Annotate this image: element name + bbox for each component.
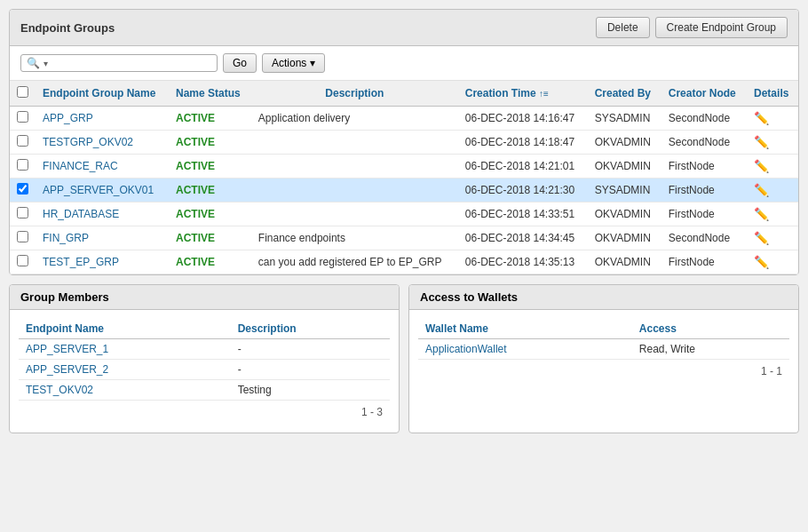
row-checkbox[interactable] <box>17 231 28 242</box>
group-members-panel: Group Members Endpoint Name Description … <box>9 284 400 433</box>
table-row[interactable]: APP_GRP ACTIVE Application delivery 06-D… <box>10 107 798 131</box>
row-checkbox[interactable] <box>17 183 28 195</box>
panel-header: Endpoint Groups Delete Create Endpoint G… <box>10 10 798 46</box>
row-name: TESTGRP_OKV02 <box>36 131 169 155</box>
row-checkbox[interactable] <box>17 135 28 147</box>
endpoint-group-link[interactable]: TEST_EP_GRP <box>43 256 119 268</box>
row-checkbox[interactable] <box>17 111 28 123</box>
row-checkbox[interactable] <box>17 159 28 171</box>
row-name: APP_SERVER_OKV01 <box>36 179 169 202</box>
row-creation-time: 06-DEC-2018 14:34:45 <box>458 226 588 250</box>
header-buttons: Delete Create Endpoint Group <box>596 17 788 38</box>
edit-icon[interactable]: ✏️ <box>754 231 769 245</box>
row-checkbox-cell <box>10 179 36 202</box>
status-badge: ACTIVE <box>176 256 215 268</box>
status-badge: ACTIVE <box>176 184 215 196</box>
search-box: 🔍 ▾ <box>20 54 218 72</box>
edit-icon[interactable]: ✏️ <box>754 255 769 269</box>
row-checkbox-cell <box>10 226 36 250</box>
edit-icon[interactable]: ✏️ <box>754 183 769 197</box>
toolbar: 🔍 ▾ Go Actions ▾ <box>10 46 798 81</box>
row-description: Application delivery <box>251 107 458 131</box>
endpoint-group-link[interactable]: APP_SERVER_OKV01 <box>43 184 154 196</box>
gm-link[interactable]: APP_SERVER_2 <box>26 363 108 376</box>
edit-icon[interactable]: ✏️ <box>754 159 769 173</box>
edit-icon[interactable]: ✏️ <box>754 135 769 149</box>
access-wallets-panel: Access to Wallets Wallet Name Access App… <box>408 284 799 433</box>
aw-col-name: Wallet Name <box>418 319 632 339</box>
delete-button[interactable]: Delete <box>596 17 650 38</box>
access-wallets-body: ApplicationWallet Read, Write <box>418 339 789 360</box>
row-created-by: SYSADMIN <box>588 107 661 131</box>
endpoint-groups-table: Endpoint Group Name Name Status Descript… <box>10 81 798 274</box>
row-creator-node: SecondNode <box>661 131 747 155</box>
edit-icon[interactable]: ✏️ <box>754 207 769 221</box>
group-members-pagination: 1 - 3 <box>19 401 390 424</box>
gm-col-name: Endpoint Name <box>19 319 231 339</box>
table-row[interactable]: FIN_GRP ACTIVE Finance endpoints 06-DEC-… <box>10 226 798 250</box>
row-creation-time: 06-DEC-2018 14:16:47 <box>458 107 588 131</box>
row-created-by: OKVADMIN <box>588 226 661 250</box>
row-creator-node: FirstNode <box>661 179 747 202</box>
row-checkbox-cell <box>10 131 36 155</box>
access-wallets-content: Wallet Name Access ApplicationWallet Rea… <box>409 310 798 392</box>
row-creator-node: SecondNode <box>661 107 747 131</box>
table-row[interactable]: TESTGRP_OKV02 ACTIVE 06-DEC-2018 14:18:4… <box>10 131 798 155</box>
table-row[interactable]: FINANCE_RAC ACTIVE 06-DEC-2018 14:21:01 … <box>10 155 798 179</box>
edit-icon[interactable]: ✏️ <box>754 111 769 125</box>
create-endpoint-group-button[interactable]: Create Endpoint Group <box>655 17 788 38</box>
table-row[interactable]: TEST_EP_GRP ACTIVE can you add registere… <box>10 250 798 274</box>
access-wallets-pagination: 1 - 1 <box>418 360 789 383</box>
search-dropdown-icon[interactable]: ▾ <box>44 59 48 68</box>
gm-link[interactable]: APP_SERVER_1 <box>26 343 108 355</box>
go-button[interactable]: Go <box>223 53 257 73</box>
row-creation-time: 06-DEC-2018 14:33:51 <box>458 202 588 226</box>
endpoint-group-link[interactable]: FIN_GRP <box>43 232 89 244</box>
row-name: HR_DATABASE <box>36 202 169 226</box>
row-status: ACTIVE <box>169 202 251 226</box>
col-header-creator-node: Creator Node <box>661 81 747 107</box>
col-header-creation-time[interactable]: Creation Time ↑≡ <box>458 81 588 107</box>
row-creator-node: FirstNode <box>661 250 747 274</box>
access-wallets-table: Wallet Name Access ApplicationWallet Rea… <box>418 319 789 360</box>
group-members-body: APP_SERVER_1 - APP_SERVER_2 - TEST_OKV02… <box>19 339 390 401</box>
row-details: ✏️ <box>747 131 798 155</box>
row-checkbox[interactable] <box>17 207 28 218</box>
gm-description: Testing <box>231 380 390 401</box>
group-members-header-row: Endpoint Name Description <box>19 319 390 339</box>
list-item: APP_SERVER_2 - <box>19 360 390 380</box>
row-details: ✏️ <box>747 107 798 131</box>
aw-header-row: Wallet Name Access <box>418 319 789 339</box>
row-name: TEST_EP_GRP <box>36 250 169 274</box>
aw-col-access: Access <box>632 319 789 339</box>
table-row[interactable]: HR_DATABASE ACTIVE 06-DEC-2018 14:33:51 … <box>10 202 798 226</box>
gm-link[interactable]: TEST_OKV02 <box>26 384 93 396</box>
row-status: ACTIVE <box>169 155 251 179</box>
row-created-by: OKVADMIN <box>588 250 661 274</box>
actions-button[interactable]: Actions ▾ <box>262 53 325 73</box>
endpoint-group-link[interactable]: APP_GRP <box>43 112 93 124</box>
table-row[interactable]: APP_SERVER_OKV01 ACTIVE 06-DEC-2018 14:2… <box>10 179 798 202</box>
row-checkbox[interactable] <box>17 255 28 266</box>
row-created-by: OKVADMIN <box>588 202 661 226</box>
table-header-row: Endpoint Group Name Name Status Descript… <box>10 81 798 107</box>
gm-name: APP_SERVER_1 <box>19 339 231 360</box>
row-checkbox-cell <box>10 202 36 226</box>
endpoint-group-link[interactable]: FINANCE_RAC <box>43 160 118 172</box>
row-description: Finance endpoints <box>251 226 458 250</box>
select-all-checkbox[interactable] <box>17 86 28 98</box>
status-badge: ACTIVE <box>176 208 215 220</box>
group-members-content: Endpoint Name Description APP_SERVER_1 -… <box>10 310 399 433</box>
search-input[interactable] <box>51 57 211 69</box>
endpoint-group-link[interactable]: TESTGRP_OKV02 <box>43 136 133 148</box>
status-badge: ACTIVE <box>176 136 215 148</box>
status-badge: ACTIVE <box>176 232 215 244</box>
row-created-by: OKVADMIN <box>588 131 661 155</box>
row-details: ✏️ <box>747 250 798 274</box>
col-header-description: Description <box>251 81 458 107</box>
wallet-link[interactable]: ApplicationWallet <box>425 343 507 355</box>
row-description: can you add registered EP to EP_GRP <box>251 250 458 274</box>
group-members-table: Endpoint Name Description APP_SERVER_1 -… <box>19 319 390 401</box>
col-header-created-by: Created By <box>588 81 661 107</box>
endpoint-group-link[interactable]: HR_DATABASE <box>43 208 119 220</box>
